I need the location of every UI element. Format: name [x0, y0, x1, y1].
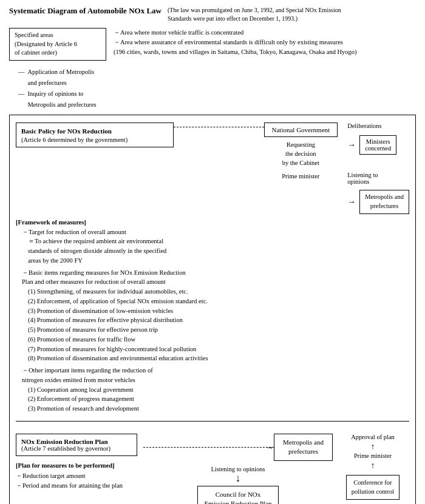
ministers-box: Ministers concerned	[359, 135, 396, 155]
metropolis-center-box: Metropolis and prefectures	[274, 434, 333, 461]
bottom-far-right: Approval of plan ↑ Prime minister ↑ Conf…	[336, 434, 409, 500]
other-items-section: －Other important items regarding the red…	[22, 366, 409, 414]
prime-minister-bottom: Prime minister	[354, 452, 392, 459]
prime-minister-top: Prime minister	[282, 173, 319, 180]
requesting-label: Requesting the decision by the Cabinet	[282, 141, 319, 167]
specified-areas-desc: －Area where motor vehicle traffic is con…	[114, 28, 357, 61]
sub-items: — Application of Metropolis and prefectu…	[18, 67, 416, 110]
sub-item-2: Inquiry of opinions to Metropolis and pr…	[28, 89, 97, 110]
deliberations-label: Deliberations	[347, 123, 409, 129]
basic-items-section: －Basic items regarding measures for NOx …	[22, 268, 409, 364]
bottom-section: NOx Emission Reduction Plan (Article 7 e…	[16, 421, 409, 504]
title-note: (The law was promulgated on June 3, 1992…	[168, 6, 341, 23]
sub-item-1: Application of Metropolis and prefecture…	[28, 67, 95, 89]
policy-box: Basic Policy for NOx Reduction (Article …	[16, 123, 174, 147]
target-section: －Target for reduction of overall amount …	[22, 227, 409, 266]
listening-arrow: Listening to opinions ↓	[211, 463, 265, 483]
plan-measures: [Plan for measures to be performed] －Red…	[16, 461, 137, 491]
bottom-main: NOx Emission Reduction Plan (Article 7 e…	[16, 434, 409, 504]
page-title: Systematic Diagram of Automobile NOx Law	[9, 6, 162, 16]
framework-content: [Framework of measures] －Target for redu…	[16, 218, 409, 414]
page-header: Systematic Diagram of Automobile NOx Law…	[9, 6, 416, 23]
national-col: National Government Requesting the decis…	[264, 123, 338, 179]
national-and-right: National Government Requesting the decis…	[264, 123, 410, 213]
specified-areas-box: Specified areas (Designated by Article 6…	[9, 28, 106, 61]
metropolis-row: → Metropolis and prefectures	[143, 434, 333, 461]
page-wrapper: Systematic Diagram of Automobile NOx Law…	[9, 6, 416, 504]
policy-row: Basic Policy for NOx Reduction (Article …	[16, 123, 409, 213]
dashed-connector	[174, 123, 264, 132]
up-arrow-icon: ↑	[371, 443, 375, 451]
up-arrow-icon-2: ↑	[371, 462, 375, 470]
top-section: Specified areas (Designated by Article 6…	[9, 28, 416, 61]
council-box: Council for NOx Emission Reduction Plan …	[197, 486, 278, 504]
metropolis-right-box: Metropolis and prefectures	[359, 190, 409, 213]
bottom-center-col: → Metropolis and prefectures Listening t…	[143, 434, 333, 504]
metro-row-right: → Metropolis and prefectures	[347, 190, 409, 213]
bottom-left-col: NOx Emission Reduction Plan (Article 7 e…	[16, 434, 137, 491]
main-diagram: Basic Policy for NOx Reduction (Article …	[9, 115, 416, 504]
conference-box: Conference for pollution control	[346, 475, 399, 500]
down-arrow-icon: ↓	[236, 472, 241, 483]
national-gov-box: National Government	[264, 123, 338, 137]
listening-opinions-label: Listening to opinions	[347, 172, 409, 185]
approval-row: Approval of plan	[351, 434, 395, 440]
right-info-col: Deliberations → Ministers concerned List…	[347, 123, 409, 213]
nox-plan-box: NOx Emission Reduction Plan (Article 7 e…	[16, 434, 137, 456]
ministers-row: → Ministers concerned	[347, 135, 409, 155]
